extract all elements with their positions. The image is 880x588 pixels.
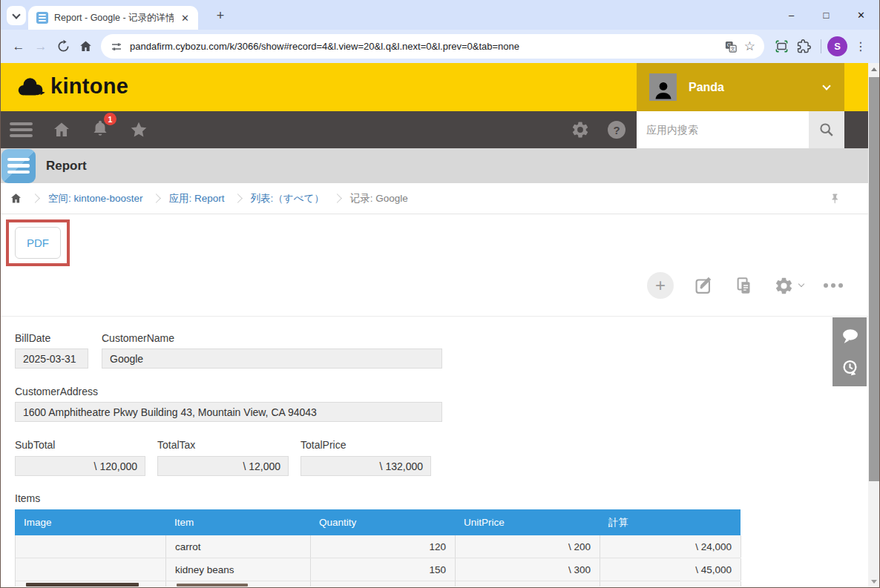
billdate-label: BillDate — [15, 332, 50, 344]
record-divider — [0, 316, 868, 317]
scrollbar-thumb[interactable] — [869, 77, 879, 481]
reload-button[interactable] — [52, 36, 74, 58]
cell-unitprice: \ 200 — [456, 535, 600, 558]
new-tab-button[interactable]: + — [212, 7, 229, 24]
change-history-icon[interactable] — [841, 358, 859, 377]
browser-profile-avatar[interactable]: S — [827, 36, 847, 56]
app-search-button[interactable] — [809, 111, 844, 148]
toolbar-divider — [821, 39, 821, 53]
browser-tabstrip: Report - Google - 记录的详情 ✕ + – □ ✕ — [0, 0, 880, 30]
totaltax-value: \ 12,000 — [157, 456, 289, 476]
notifications-bell[interactable]: 1 — [91, 119, 110, 141]
settings-gear-icon[interactable] — [571, 120, 590, 139]
breadcrumb-space-link[interactable]: 空间: kintone-booster — [48, 192, 143, 205]
add-record-button[interactable]: + — [647, 272, 674, 299]
cell-image — [16, 558, 166, 581]
breadcrumb-home-icon[interactable] — [10, 192, 22, 205]
breadcrumb-separator-icon — [151, 194, 161, 203]
favorites-star-icon[interactable] — [129, 120, 148, 139]
breadcrumb: 空间: kintone-booster 应用: Report 列表:（すべて） … — [0, 183, 868, 214]
cell-item: kidney beans — [166, 558, 311, 581]
screen-capture-icon[interactable] — [770, 36, 792, 58]
subtotal-label: SubTotal — [15, 439, 55, 451]
search-icon — [818, 122, 835, 138]
duplicate-record-icon[interactable] — [734, 276, 754, 296]
more-options-icon[interactable] — [824, 283, 843, 288]
browser-menu-icon[interactable]: ⋮ — [847, 39, 871, 53]
url-text[interactable]: pandafirm.cybozu.com/k/3066/show#record=… — [130, 41, 718, 52]
app-title-bar: Report — [0, 148, 868, 183]
app-search-input[interactable] — [637, 111, 809, 148]
person-icon — [652, 79, 674, 101]
cell-item — [166, 581, 311, 587]
customername-label: CustomerName — [102, 332, 174, 344]
global-nav: 1 ? — [0, 111, 868, 148]
column-header-image: Image — [15, 509, 165, 535]
scrollbar-down-arrow[interactable] — [868, 575, 880, 587]
cell-image — [16, 581, 166, 587]
items-table-label: Items — [15, 492, 40, 504]
items-table-header-row: Image Item Quantity UnitPrice 計算 — [15, 509, 741, 535]
extensions-puzzle-icon[interactable] — [792, 36, 815, 58]
translate-icon[interactable] — [724, 40, 738, 53]
cell-unitprice: \ 300 — [456, 558, 600, 581]
user-menu[interactable]: Panda — [637, 63, 844, 111]
breadcrumb-app-link[interactable]: 应用: Report — [169, 192, 225, 205]
customeraddress-value: 1600 Amphitheatre Pkwy Building 43, Moun… — [15, 402, 442, 422]
kintone-logo-text: kintone — [50, 74, 128, 99]
window-maximize-button[interactable]: □ — [809, 0, 844, 30]
window-controls: – □ ✕ — [774, 0, 879, 30]
cell-quantity — [311, 581, 456, 587]
browser-home-button[interactable] — [74, 36, 96, 58]
app-search — [637, 111, 844, 148]
kintone-logo[interactable]: kintone — [15, 63, 128, 111]
kintone-cloud-icon — [15, 76, 47, 99]
browser-tab-active[interactable]: Report - Google - 记录的详情 ✕ — [28, 6, 198, 30]
cell-calc: \ 24,000 — [600, 535, 741, 558]
pdf-button[interactable]: PDF — [15, 227, 61, 259]
edit-record-icon[interactable] — [694, 276, 714, 296]
pin-icon[interactable] — [830, 191, 841, 205]
tab-search-button[interactable] — [7, 6, 26, 25]
site-settings-icon[interactable] — [110, 40, 123, 53]
back-button[interactable]: ← — [7, 36, 30, 58]
items-table: Image Item Quantity UnitPrice 計算 carrot … — [15, 509, 741, 587]
address-bar[interactable]: pandafirm.cybozu.com/k/3066/show#record=… — [101, 34, 764, 59]
cell-calc: \ 45,000 — [600, 558, 741, 581]
column-header-unitprice: UnitPrice — [455, 509, 600, 535]
help-icon[interactable]: ? — [608, 121, 625, 139]
cell-quantity: 150 — [311, 558, 456, 581]
window-minimize-button[interactable]: – — [774, 0, 809, 30]
portal-home-icon[interactable] — [52, 120, 71, 139]
user-avatar — [649, 73, 677, 101]
kintone-favicon-icon — [36, 12, 48, 24]
tab-title: Report - Google - 记录的详情 — [54, 12, 174, 24]
breadcrumb-list-link[interactable]: 列表:（すべて） — [251, 192, 324, 205]
kintone-header: kintone Panda — [0, 63, 868, 111]
table-row: kidney beans 150 \ 300 \ 45,000 — [15, 558, 741, 581]
totalprice-label: TotalPrice — [301, 439, 346, 451]
table-row-clipped — [15, 581, 741, 587]
comments-icon[interactable] — [841, 327, 859, 346]
record-action-toolbar: + — [647, 272, 843, 299]
item-image-top-edge — [26, 583, 139, 587]
chevron-down-icon — [798, 281, 804, 287]
chevron-down-icon — [822, 82, 830, 90]
record-settings-button[interactable] — [774, 276, 804, 296]
window-close-button[interactable]: ✕ — [844, 0, 879, 30]
item-image-top-edge — [177, 584, 248, 587]
column-header-calc: 計算 — [600, 509, 741, 535]
page-scrollbar[interactable] — [868, 63, 880, 588]
breadcrumb-separator-icon — [30, 194, 40, 203]
scrollbar-up-arrow[interactable] — [868, 63, 880, 75]
gear-icon — [774, 276, 794, 296]
chevron-down-icon — [12, 10, 20, 19]
app-icon[interactable] — [1, 149, 36, 183]
customeraddress-label: CustomerAddress — [15, 386, 98, 397]
user-name: Panda — [689, 81, 812, 94]
tab-close-icon[interactable]: ✕ — [180, 12, 191, 24]
kintone-page: kintone Panda 1 ? Report — [0, 63, 868, 588]
bookmark-star-icon[interactable]: ☆ — [744, 39, 755, 54]
table-row: carrot 120 \ 200 \ 24,000 — [15, 535, 741, 558]
hamburger-menu-icon[interactable] — [10, 119, 33, 140]
